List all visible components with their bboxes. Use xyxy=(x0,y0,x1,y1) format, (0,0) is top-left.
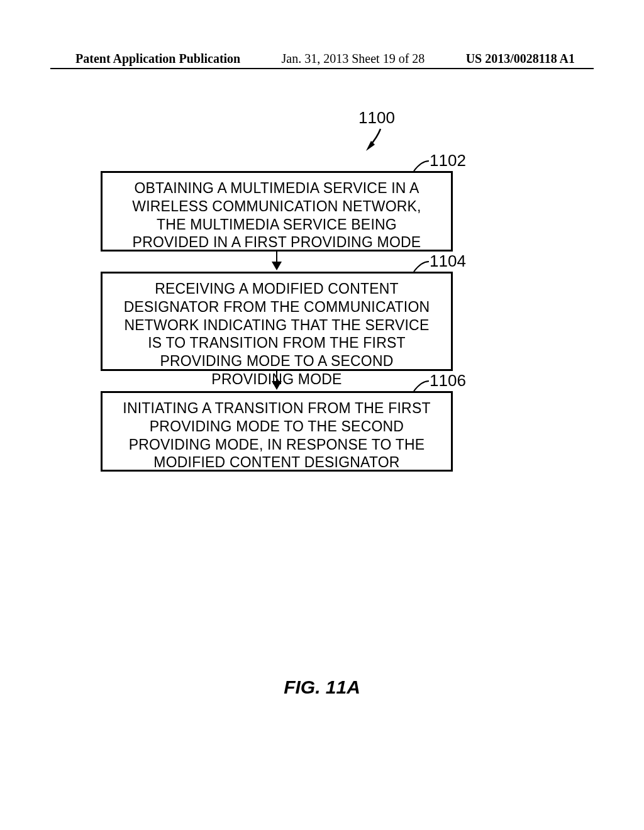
page: Patent Application Publication Jan. 31, … xyxy=(0,0,644,830)
header-left: Patent Application Publication xyxy=(75,52,240,66)
arrow-1-2 xyxy=(101,252,453,272)
flow-step-2: RECEIVING A MODIFIED CONTENT DESIGNATOR … xyxy=(101,272,453,371)
flow-step-1-text: OBTAINING A MULTIMEDIA SERVICE IN A WIRE… xyxy=(132,180,421,250)
ref-1106: 1106 xyxy=(430,371,466,390)
ref-1102: 1102 xyxy=(430,151,466,170)
arrow-2-3 xyxy=(101,371,453,391)
flow-step-3-text: INITIATING A TRANSITION FROM THE FIRST P… xyxy=(123,400,430,470)
ref-1104: 1104 xyxy=(430,252,466,271)
page-header: Patent Application Publication Jan. 31, … xyxy=(0,52,644,66)
figure-caption: FIG. 11A xyxy=(0,677,644,698)
header-right: US 2013/0028118 A1 xyxy=(466,52,575,66)
flow-step-1: OBTAINING A MULTIMEDIA SERVICE IN A WIRE… xyxy=(101,171,453,252)
header-mid: Jan. 31, 2013 Sheet 19 of 28 xyxy=(282,52,425,66)
pointer-1100-arrow-icon xyxy=(352,126,396,157)
flow-step-3: INITIATING A TRANSITION FROM THE FIRST P… xyxy=(101,391,453,472)
header-rule xyxy=(50,68,594,69)
ref-1100: 1100 xyxy=(358,108,395,128)
